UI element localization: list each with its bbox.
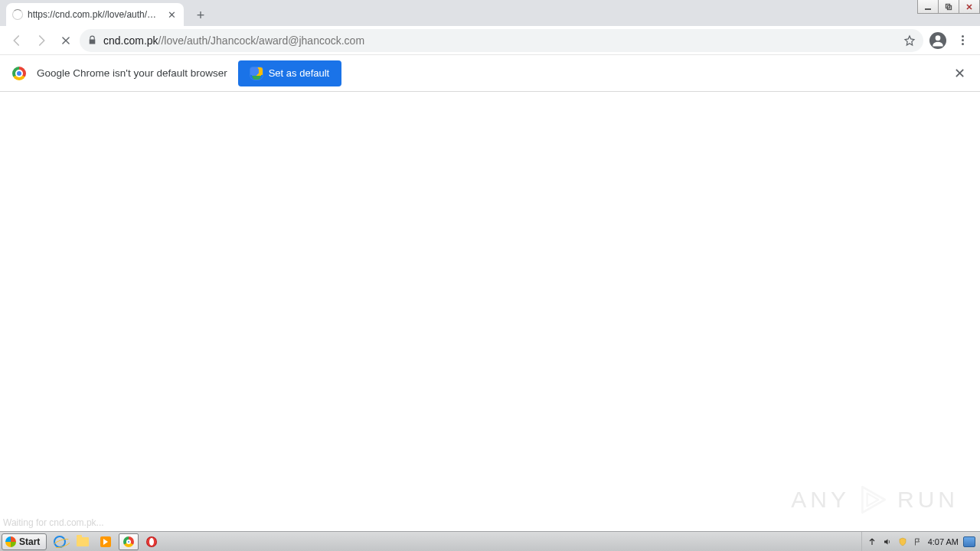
taskbar-chrome[interactable] bbox=[119, 533, 139, 550]
status-bar: Waiting for cnd.com.pk... bbox=[3, 517, 104, 528]
infobar-message: Google Chrome isn't your default browser bbox=[37, 67, 227, 79]
flag-icon[interactable] bbox=[913, 536, 923, 547]
tab-close-button[interactable]: ✕ bbox=[165, 8, 178, 21]
system-tray: 4:07 AM bbox=[861, 532, 980, 551]
page-content bbox=[0, 92, 980, 531]
window-minimize-button[interactable] bbox=[917, 0, 939, 14]
url-path: //love/auth/Jhancock/award@jhancock.com bbox=[158, 34, 364, 47]
lock-icon bbox=[87, 35, 97, 45]
taskbar-clock[interactable]: 4:07 AM bbox=[928, 537, 959, 546]
browser-tab[interactable]: https://cnd.com.pk//love/auth/Jhan ✕ bbox=[6, 3, 184, 26]
start-button[interactable]: Start bbox=[2, 533, 47, 550]
set-as-default-label: Set as default bbox=[269, 67, 330, 79]
forward-button[interactable] bbox=[31, 30, 52, 51]
svg-point-3 bbox=[936, 35, 941, 41]
new-tab-button[interactable]: + bbox=[190, 5, 211, 26]
folder-icon bbox=[77, 537, 89, 546]
chrome-icon bbox=[123, 536, 134, 547]
anyrun-watermark: ANY RUN bbox=[791, 484, 959, 516]
security-icon[interactable] bbox=[897, 536, 908, 547]
address-bar[interactable]: cnd.com.pk//love/auth/Jhancock/award@jha… bbox=[80, 29, 923, 52]
volume-icon[interactable] bbox=[882, 536, 893, 547]
default-browser-infobar: Google Chrome isn't your default browser… bbox=[0, 55, 980, 92]
chrome-menu-button[interactable] bbox=[956, 35, 969, 45]
stop-reload-button[interactable] bbox=[55, 30, 77, 51]
watermark-left: ANY bbox=[791, 487, 850, 513]
set-as-default-button[interactable]: Set as default bbox=[238, 60, 342, 86]
tab-strip: https://cnd.com.pk//love/auth/Jhan ✕ + bbox=[0, 0, 980, 26]
play-triangle-icon bbox=[858, 484, 890, 516]
windows-taskbar: Start 4:07 AM bbox=[0, 531, 980, 551]
watermark-right: RUN bbox=[897, 487, 959, 513]
infobar-close-button[interactable]: ✕ bbox=[951, 65, 968, 82]
ie-icon bbox=[54, 536, 66, 548]
taskbar-media-player[interactable] bbox=[96, 533, 116, 550]
svg-rect-0 bbox=[925, 8, 931, 10]
back-button[interactable] bbox=[6, 30, 28, 51]
taskbar-ie[interactable] bbox=[50, 533, 70, 550]
bookmark-star-icon[interactable] bbox=[903, 34, 916, 47]
url-text: cnd.com.pk//love/auth/Jhancock/award@jha… bbox=[103, 34, 897, 47]
window-maximize-button[interactable] bbox=[938, 0, 959, 14]
profile-avatar-icon[interactable] bbox=[929, 32, 946, 49]
start-label: Start bbox=[19, 536, 40, 547]
window-close-button[interactable] bbox=[959, 0, 980, 14]
show-desktop-button[interactable] bbox=[963, 536, 975, 547]
taskbar-explorer[interactable] bbox=[73, 533, 93, 550]
tray-expand-icon[interactable] bbox=[867, 536, 877, 547]
toolbar-right bbox=[926, 32, 974, 49]
tab-title: https://cnd.com.pk//love/auth/Jhan bbox=[28, 9, 161, 20]
chrome-logo-icon bbox=[12, 67, 26, 80]
windows-logo-icon bbox=[5, 536, 16, 547]
window-caption-buttons bbox=[918, 0, 980, 14]
shield-icon bbox=[250, 67, 263, 80]
browser-toolbar: cnd.com.pk//love/auth/Jhancock/award@jha… bbox=[0, 26, 980, 55]
media-player-icon bbox=[100, 536, 111, 547]
taskbar-opera[interactable] bbox=[142, 533, 162, 550]
opera-icon bbox=[146, 536, 157, 547]
url-host: cnd.com.pk bbox=[103, 34, 158, 47]
loading-spinner-icon bbox=[12, 9, 23, 20]
